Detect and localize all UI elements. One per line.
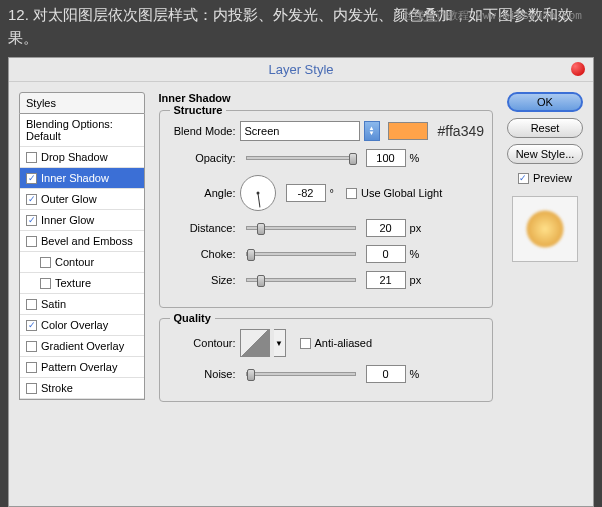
style-checkbox[interactable] (26, 341, 37, 352)
styles-header[interactable]: Styles (19, 92, 145, 114)
distance-slider[interactable] (246, 226, 356, 230)
style-checkbox[interactable] (26, 215, 37, 226)
style-row[interactable]: Outer Glow (20, 189, 144, 210)
anti-aliased-label: Anti-aliased (315, 337, 372, 349)
style-row[interactable]: Texture (20, 273, 144, 294)
style-label: Blending Options: Default (26, 118, 138, 142)
style-row[interactable]: Inner Glow (20, 210, 144, 231)
style-label: Drop Shadow (41, 151, 108, 163)
new-style-button[interactable]: New Style... (507, 144, 583, 164)
style-row[interactable]: Satin (20, 294, 144, 315)
anti-aliased-checkbox[interactable] (300, 338, 311, 349)
size-unit: px (410, 274, 422, 286)
inner-shadow-title: Inner Shadow (159, 92, 493, 104)
style-label: Stroke (41, 382, 73, 394)
use-global-label: Use Global Light (361, 187, 442, 199)
style-row[interactable]: Inner Shadow (20, 168, 144, 189)
blend-color-swatch[interactable] (388, 122, 428, 140)
preview-sun-icon (525, 209, 565, 249)
style-checkbox[interactable] (26, 152, 37, 163)
style-row[interactable]: Bevel and Emboss (20, 231, 144, 252)
style-label: Color Overlay (41, 319, 108, 331)
style-checkbox[interactable] (40, 278, 51, 289)
style-label: Texture (55, 277, 91, 289)
contour-label: Contour: (168, 337, 236, 349)
choke-input[interactable] (366, 245, 406, 263)
style-label: Inner Shadow (41, 172, 109, 184)
style-label: Satin (41, 298, 66, 310)
styles-panel: Styles Blending Options: DefaultDrop Sha… (19, 92, 145, 490)
opacity-unit: % (410, 152, 420, 164)
contour-picker[interactable] (240, 329, 270, 357)
choke-label: Choke: (168, 248, 236, 260)
style-checkbox[interactable] (26, 299, 37, 310)
style-row[interactable]: Color Overlay (20, 315, 144, 336)
style-row[interactable]: Gradient Overlay (20, 336, 144, 357)
size-label: Size: (168, 274, 236, 286)
structure-fieldset: Structure Blend Mode: Screen ▲▼ #ffa349 … (159, 110, 493, 308)
close-button[interactable] (571, 62, 585, 76)
blend-mode-label: Blend Mode: (168, 125, 236, 137)
style-label: Gradient Overlay (41, 340, 124, 352)
style-label: Outer Glow (41, 193, 97, 205)
style-checkbox[interactable] (26, 194, 37, 205)
size-input[interactable] (366, 271, 406, 289)
watermark: 丝缕设计教程 www.missyuan.com (403, 8, 582, 23)
preview-checkbox[interactable] (518, 173, 529, 184)
noise-slider[interactable] (246, 372, 356, 376)
reset-button[interactable]: Reset (507, 118, 583, 138)
distance-label: Distance: (168, 222, 236, 234)
opacity-input[interactable] (366, 149, 406, 167)
style-label: Pattern Overlay (41, 361, 117, 373)
quality-legend: Quality (170, 312, 215, 324)
angle-unit: ° (330, 187, 334, 199)
style-row[interactable]: Blending Options: Default (20, 114, 144, 147)
distance-unit: px (410, 222, 422, 234)
blend-mode-select[interactable]: Screen (240, 121, 360, 141)
color-hex-label: #ffa349 (438, 123, 484, 139)
buttons-panel: OK Reset New Style... Preview (507, 92, 583, 490)
style-row[interactable]: Drop Shadow (20, 147, 144, 168)
blend-mode-arrows-icon[interactable]: ▲▼ (364, 121, 380, 141)
choke-slider[interactable] (246, 252, 356, 256)
distance-input[interactable] (366, 219, 406, 237)
noise-label: Noise: (168, 368, 236, 380)
style-checkbox[interactable] (26, 383, 37, 394)
style-label: Contour (55, 256, 94, 268)
contour-dropdown-icon[interactable]: ▼ (274, 329, 286, 357)
style-checkbox[interactable] (26, 362, 37, 373)
angle-input[interactable] (286, 184, 326, 202)
dialog-title: Layer Style (9, 58, 593, 82)
ok-button[interactable]: OK (507, 92, 583, 112)
settings-panel: Inner Shadow Structure Blend Mode: Scree… (155, 92, 497, 490)
opacity-slider[interactable] (246, 156, 356, 160)
style-checkbox[interactable] (26, 173, 37, 184)
style-checkbox[interactable] (26, 320, 37, 331)
style-checkbox[interactable] (40, 257, 51, 268)
size-slider[interactable] (246, 278, 356, 282)
structure-legend: Structure (170, 104, 227, 116)
styles-list: Blending Options: DefaultDrop ShadowInne… (19, 114, 145, 400)
style-label: Bevel and Emboss (41, 235, 133, 247)
angle-dial[interactable] (240, 175, 276, 211)
style-row[interactable]: Stroke (20, 378, 144, 399)
choke-unit: % (410, 248, 420, 260)
preview-label: Preview (533, 172, 572, 184)
quality-fieldset: Quality Contour: ▼ Anti-aliased Noise: % (159, 318, 493, 402)
opacity-label: Opacity: (168, 152, 236, 164)
preview-thumbnail (512, 196, 578, 262)
angle-label: Angle: (168, 187, 236, 199)
noise-unit: % (410, 368, 420, 380)
layer-style-dialog: Layer Style Styles Blending Options: Def… (8, 57, 594, 507)
noise-input[interactable] (366, 365, 406, 383)
use-global-checkbox[interactable] (346, 188, 357, 199)
style-label: Inner Glow (41, 214, 94, 226)
style-checkbox[interactable] (26, 236, 37, 247)
style-row[interactable]: Contour (20, 252, 144, 273)
style-row[interactable]: Pattern Overlay (20, 357, 144, 378)
